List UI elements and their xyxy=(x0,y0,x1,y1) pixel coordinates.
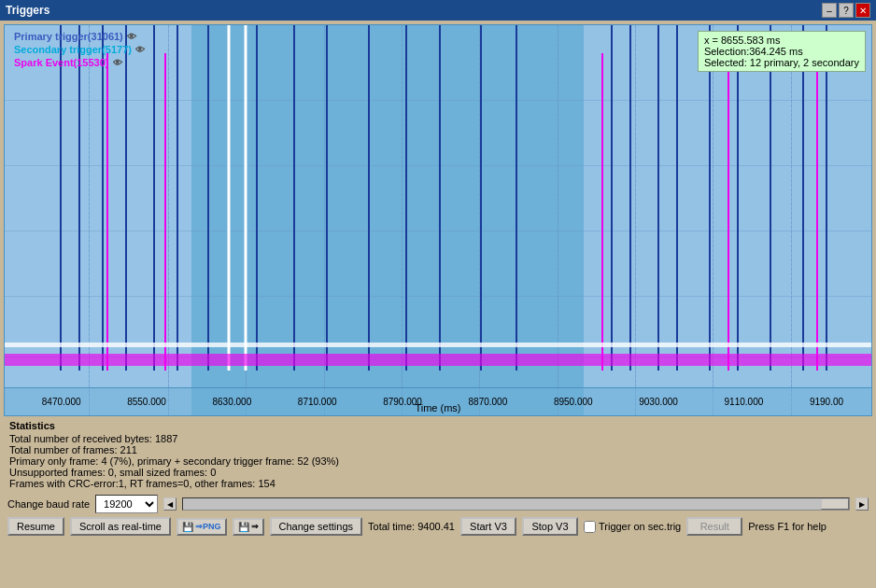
scrollbar-right-arrow[interactable]: ▶ xyxy=(855,497,869,511)
stats-line3: Primary only frame: 4 (7%), primary + se… xyxy=(9,455,867,467)
change-settings-button[interactable]: Change settings xyxy=(270,517,363,536)
info-x-val: x = 8655.583 ms xyxy=(704,35,859,46)
legend-spark: Spark Event(15530) 👁 xyxy=(14,57,145,68)
legend-secondary-label: Secondary trigger(5177) xyxy=(14,44,132,55)
xaxis-label-1: 8550.000 xyxy=(127,397,166,407)
xaxis-label-5: 8870.000 xyxy=(469,397,508,407)
scroll-realtime-button[interactable]: Scroll as real-time xyxy=(70,517,171,536)
statistics-area: Statistics Total number of received byte… xyxy=(4,416,872,491)
eye-icon-spark[interactable]: 👁 xyxy=(113,58,122,68)
save-png-icon: 💾 xyxy=(182,522,193,532)
save-png-button[interactable]: 💾 ⇒PNG xyxy=(177,518,227,536)
baud-rate-select[interactable]: 19200 9600 38400 57600 115200 xyxy=(95,495,158,513)
stats-line1: Total number of received bytes: 1887 xyxy=(9,433,867,444)
controls-row1: Change baud rate 19200 9600 38400 57600 … xyxy=(4,491,872,515)
stats-line2: Total number of frames: 211 xyxy=(9,444,867,455)
trigger-checkbox-text: Trigger on sec.trig xyxy=(599,521,681,532)
title-bar: Triggers – ? ✕ xyxy=(0,0,876,21)
scrollbar-track[interactable] xyxy=(182,497,850,511)
xaxis-label-8: 9110.000 xyxy=(725,397,764,407)
trigger-lines-svg xyxy=(5,25,871,387)
eye-icon-secondary[interactable]: 👁 xyxy=(135,45,145,55)
info-selection: Selection:364.245 ms xyxy=(704,46,859,57)
stats-title: Statistics xyxy=(9,420,867,431)
content-area: Primary trigger(31061) 👁 Secondary trigg… xyxy=(0,21,876,588)
info-box: x = 8655.583 ms Selection:364.245 ms Sel… xyxy=(698,31,866,72)
x-axis: 8470.000 8550.000 8630.000 8710.000 8790… xyxy=(5,387,871,415)
window-title: Triggers xyxy=(6,4,49,17)
stop-v3-button[interactable]: Stop V3 xyxy=(522,517,578,536)
legend-spark-label: Spark Event(15530) xyxy=(14,57,109,68)
start-v3-button[interactable]: Start V3 xyxy=(460,517,516,536)
result-button: Result xyxy=(686,517,742,536)
minimize-button[interactable]: – xyxy=(822,3,837,18)
trigger-checkbox[interactable] xyxy=(584,521,596,533)
save-label: ⇒ xyxy=(251,522,259,531)
xaxis-label-6: 8950.000 xyxy=(554,397,593,407)
legend-primary: Primary trigger(31061) 👁 xyxy=(14,31,145,42)
chart-legend: Primary trigger(31061) 👁 Secondary trigg… xyxy=(14,31,145,70)
info-selected: Selected: 12 primary, 2 secondary xyxy=(704,57,859,68)
trigger-checkbox-label[interactable]: Trigger on sec.trig xyxy=(584,521,681,533)
stats-line4: Unsupported frames: 0, small sized frame… xyxy=(9,467,867,478)
save-png-label: ⇒PNG xyxy=(195,522,221,531)
resume-button[interactable]: Resume xyxy=(7,517,64,536)
svg-rect-32 xyxy=(5,354,871,366)
xaxis-label-7: 9030.000 xyxy=(639,397,678,407)
scrollbar-thumb[interactable] xyxy=(821,498,849,510)
total-time: Total time: 9400.41 xyxy=(368,521,455,532)
help-text: Press F1 for help xyxy=(748,521,827,532)
save-icon: 💾 xyxy=(238,522,249,532)
stats-line5: Frames with CRC-error:1, RT frames=0, ot… xyxy=(9,478,867,489)
scrollbar-left-arrow[interactable]: ◀ xyxy=(163,497,177,511)
xaxis-label-2: 8630.000 xyxy=(213,397,252,407)
x-axis-title: Time (ms) xyxy=(415,402,460,413)
help-button[interactable]: ? xyxy=(839,3,854,18)
xaxis-label-0: 8470.000 xyxy=(42,397,81,407)
close-button[interactable]: ✕ xyxy=(855,3,870,18)
controls-row2: Resume Scroll as real-time 💾 ⇒PNG 💾 ⇒ Ch… xyxy=(4,515,872,539)
svg-rect-31 xyxy=(5,343,871,347)
title-bar-buttons: – ? ✕ xyxy=(822,3,870,18)
legend-secondary: Secondary trigger(5177) 👁 xyxy=(14,44,145,55)
main-window: Triggers – ? ✕ Primary trigger(31061) 👁 … xyxy=(0,0,876,588)
save-button[interactable]: 💾 ⇒ xyxy=(233,518,264,536)
xaxis-label-3: 8710.000 xyxy=(298,397,337,407)
eye-icon-primary[interactable]: 👁 xyxy=(127,32,136,42)
chart-area[interactable]: Primary trigger(31061) 👁 Secondary trigg… xyxy=(4,24,872,416)
baud-label: Change baud rate xyxy=(7,498,90,510)
xaxis-label-9: 9190.00 xyxy=(810,397,843,407)
legend-primary-label: Primary trigger(31061) xyxy=(14,31,123,42)
